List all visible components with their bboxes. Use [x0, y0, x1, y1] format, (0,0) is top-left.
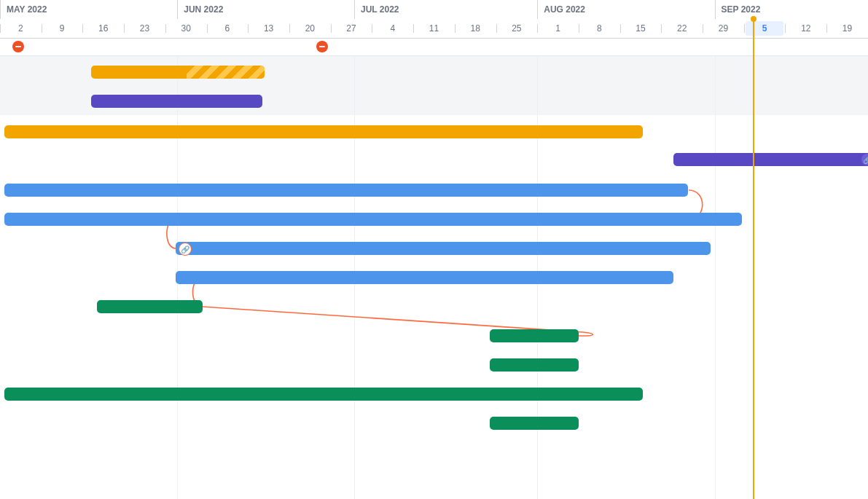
- today-indicator: [753, 19, 754, 499]
- week-label[interactable]: 22: [661, 19, 703, 38]
- week-label[interactable]: 9: [42, 19, 83, 38]
- gantt-bar[interactable]: [490, 329, 579, 342]
- gantt-bar[interactable]: [4, 184, 689, 197]
- gantt-bar[interactable]: [490, 417, 579, 430]
- timeline-header-weeks: 291623306132027411182518152229512192: [0, 19, 868, 39]
- collapse-icon[interactable]: [12, 41, 24, 52]
- week-label[interactable]: 1: [537, 19, 579, 38]
- gantt-bar[interactable]: [97, 300, 203, 313]
- month-label: JUL 2022: [354, 0, 399, 19]
- month-label: JUN 2022: [177, 0, 223, 19]
- gantt-bar[interactable]: [4, 125, 643, 138]
- week-label[interactable]: 6: [207, 19, 249, 38]
- week-label[interactable]: 20: [289, 19, 331, 38]
- collapse-badge-row: [0, 38, 868, 56]
- week-label[interactable]: 30: [165, 19, 207, 38]
- week-label[interactable]: 4: [372, 19, 413, 38]
- gantt-bar[interactable]: [4, 213, 742, 226]
- week-label[interactable]: 11: [413, 19, 455, 38]
- week-label[interactable]: 2: [0, 19, 42, 38]
- week-label[interactable]: 27: [331, 19, 372, 38]
- week-label[interactable]: 15: [620, 19, 662, 38]
- link-icon[interactable]: 🔗: [179, 243, 192, 256]
- month-label: AUG 2022: [537, 0, 585, 19]
- gantt-bar[interactable]: [490, 358, 579, 372]
- week-label[interactable]: 19: [826, 19, 868, 38]
- week-label[interactable]: 25: [496, 19, 538, 38]
- gantt-bar[interactable]: [91, 66, 265, 79]
- link-icon[interactable]: 🔗: [861, 154, 868, 165]
- week-label[interactable]: 16: [82, 19, 124, 38]
- week-label[interactable]: 5: [744, 19, 786, 38]
- timeline-header-months: MAY 2022JUN 2022JUL 2022AUG 2022SEP 2022: [0, 0, 868, 20]
- collapse-icon[interactable]: [316, 41, 328, 52]
- week-label[interactable]: 29: [703, 19, 744, 38]
- week-label[interactable]: 12: [785, 19, 826, 38]
- week-label[interactable]: 8: [579, 19, 620, 38]
- gantt-body[interactable]: 🔗🔗: [0, 55, 868, 499]
- gantt-chart: MAY 2022JUN 2022JUL 2022AUG 2022SEP 2022…: [0, 0, 868, 499]
- gantt-bar[interactable]: [176, 242, 711, 255]
- gantt-bar[interactable]: [4, 388, 643, 401]
- week-label[interactable]: 18: [455, 19, 496, 38]
- gantt-bar[interactable]: [176, 271, 673, 284]
- gantt-bar[interactable]: [91, 95, 262, 108]
- gantt-bar[interactable]: [673, 153, 868, 166]
- week-label[interactable]: 13: [248, 19, 289, 38]
- week-label[interactable]: 23: [124, 19, 165, 38]
- month-label: MAY 2022: [0, 0, 47, 19]
